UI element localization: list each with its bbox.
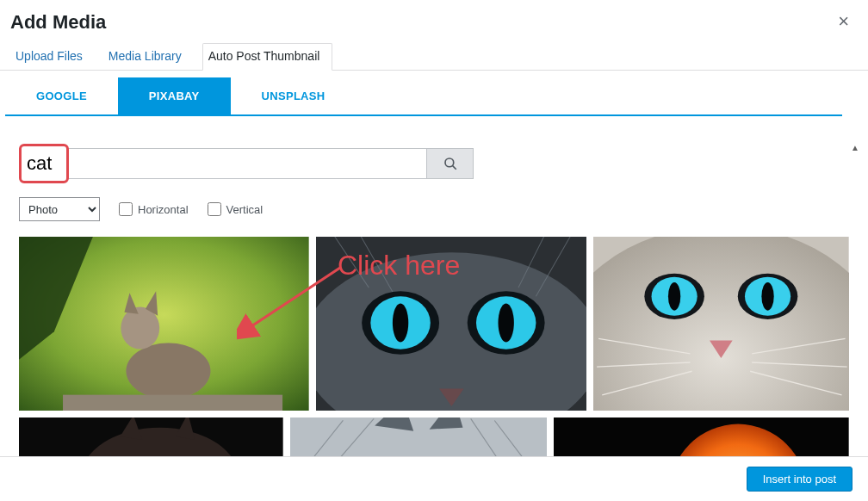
type-select[interactable]: Photo [19, 197, 100, 221]
checkbox-horizontal[interactable] [119, 202, 133, 216]
result-thumbnail[interactable] [316, 237, 587, 411]
svg-point-21 [593, 237, 849, 411]
modal-title: Add Media [10, 10, 106, 34]
result-thumbnail[interactable] [19, 237, 309, 411]
insert-into-post-button[interactable]: Insert into post [747, 467, 852, 492]
svg-point-27 [762, 282, 774, 311]
svg-point-9 [316, 252, 587, 411]
close-icon[interactable]: × [833, 10, 854, 33]
search-icon [443, 156, 458, 171]
search-highlight-annotation [19, 144, 69, 183]
checkbox-horizontal-label: Horizontal [138, 203, 189, 216]
svg-line-1 [452, 166, 456, 170]
orientation-vertical[interactable]: Vertical [208, 202, 264, 216]
svg-rect-7 [63, 395, 282, 411]
tab-auto-post-thumbnail[interactable]: Auto Post Thumbnail [202, 43, 333, 71]
search-input-full[interactable] [65, 148, 427, 179]
source-tab-unsplash[interactable]: UNSPLASH [231, 77, 356, 114]
svg-point-19 [498, 304, 513, 343]
source-tab-pixabay[interactable]: PIXABAY [118, 77, 231, 114]
scroll-up-icon[interactable]: ▲ [851, 143, 859, 152]
tab-upload-files[interactable]: Upload Files [10, 44, 95, 70]
top-tab-bar: Upload Files Media Library Auto Post Thu… [0, 34, 868, 71]
svg-point-5 [126, 343, 210, 399]
source-tab-google[interactable]: GOOGLE [5, 77, 118, 114]
checkbox-vertical-label: Vertical [226, 203, 264, 216]
search-input[interactable] [25, 148, 63, 179]
scrollbar[interactable]: ▲ ▼ [849, 143, 861, 464]
svg-point-0 [445, 158, 454, 167]
tab-media-library[interactable]: Media Library [103, 44, 194, 70]
checkbox-vertical[interactable] [208, 202, 221, 216]
search-button[interactable] [427, 148, 474, 179]
svg-point-24 [668, 282, 680, 311]
orientation-horizontal[interactable]: Horizontal [119, 202, 189, 216]
svg-point-16 [393, 304, 408, 343]
result-thumbnail[interactable] [593, 237, 849, 411]
source-tab-bar: GOOGLE PIXABAY UNSPLASH [5, 77, 842, 116]
